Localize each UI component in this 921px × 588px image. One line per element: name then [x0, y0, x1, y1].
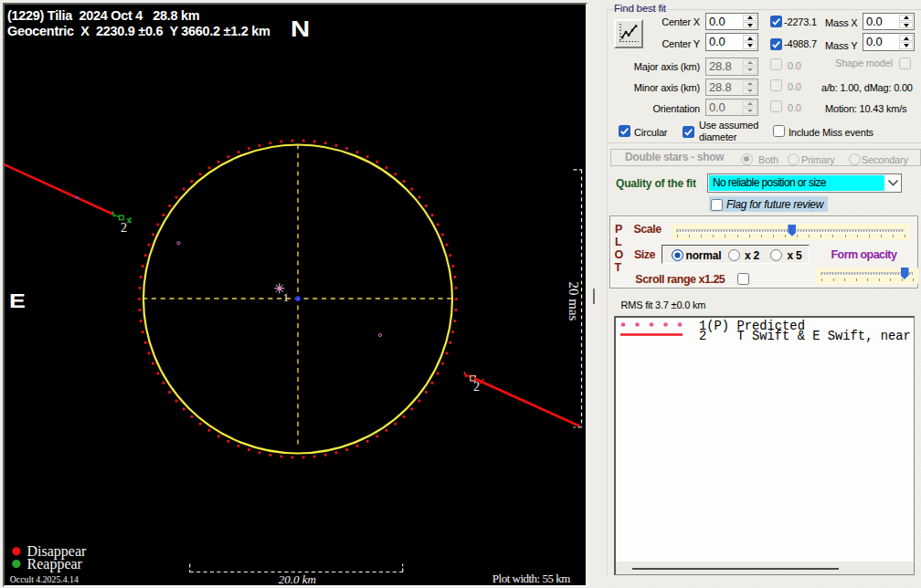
svg-text:2: 2	[473, 380, 480, 394]
svg-text:Plot width: 55 km: Plot width: 55 km	[492, 572, 570, 585]
svg-text:2: 2	[121, 221, 127, 235]
svg-text:20.0 km: 20.0 km	[279, 572, 316, 585]
svg-text:Occult 4.2025.4.14: Occult 4.2025.4.14	[10, 574, 79, 584]
svg-text:Reappear: Reappear	[27, 556, 83, 572]
svg-text:1: 1	[283, 290, 290, 304]
svg-text:20 mas: 20 mas	[566, 282, 581, 321]
